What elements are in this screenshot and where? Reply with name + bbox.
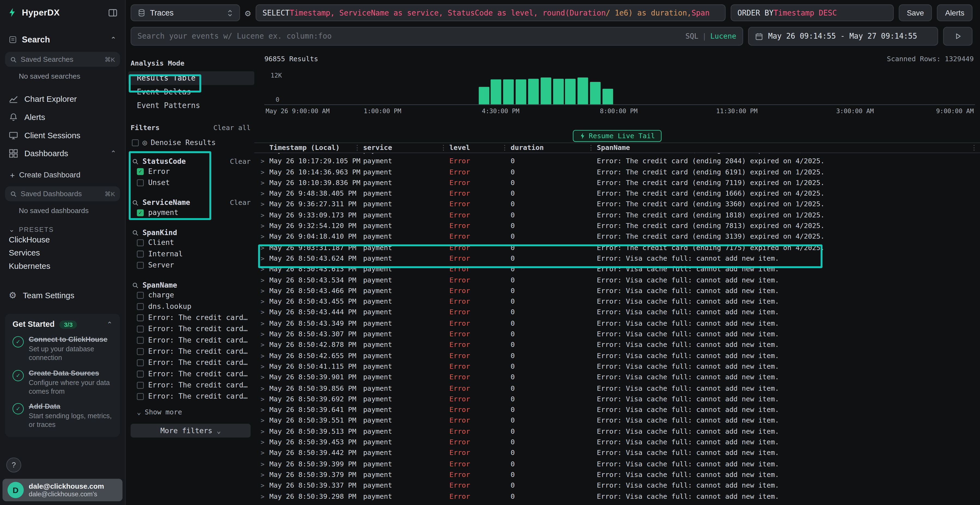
preset-item-kubernetes[interactable]: Kubernetes <box>0 259 125 272</box>
expand-row-icon[interactable]: > <box>261 210 269 221</box>
filter-option[interactable]: Client <box>128 237 255 248</box>
table-row[interactable]: >May 26 8:50:39.692 PMpaymentError0Error… <box>254 394 980 405</box>
expand-row-icon[interactable]: > <box>261 318 269 329</box>
histogram-bar[interactable] <box>503 80 514 105</box>
histogram-bar[interactable] <box>528 79 539 104</box>
date-range-picker[interactable]: May 26 09:14:55 - May 27 09:14:55 <box>748 27 938 46</box>
filter-option[interactable]: Internal <box>128 248 255 259</box>
expand-row-icon[interactable]: > <box>261 415 269 426</box>
histogram-bar[interactable] <box>565 79 576 104</box>
expand-row-icon[interactable]: > <box>261 167 269 178</box>
order-by-input[interactable]: ORDER BY Timestamp DESC <box>731 4 894 21</box>
table-row[interactable]: >May 26 9:32:54.120 PMpaymentError0Error… <box>254 221 980 232</box>
histogram-bar[interactable] <box>515 79 526 105</box>
run-query-button[interactable] <box>943 27 973 46</box>
table-row[interactable]: >May 26 8:50:39.901 PMpaymentError0Error… <box>254 372 980 383</box>
table-row[interactable]: >May 26 8:50:42.655 PMpaymentError0Error… <box>254 351 980 361</box>
source-select[interactable]: Traces <box>130 4 240 21</box>
expand-row-icon[interactable]: > <box>261 361 269 372</box>
column-header-spanname[interactable]: SpanName <box>597 144 980 152</box>
get-started-header[interactable]: Get Started 3/3 <box>13 320 113 329</box>
expand-row-icon[interactable]: > <box>261 275 269 286</box>
table-row[interactable]: >May 26 8:50:43.624 PMpaymentError0Error… <box>254 253 980 264</box>
expand-row-icon[interactable]: > <box>261 307 269 318</box>
sidebar-item-client-sessions[interactable]: Client Sessions <box>0 126 125 145</box>
expand-row-icon[interactable]: > <box>261 178 269 188</box>
filter-option[interactable]: Unset <box>128 177 255 188</box>
table-row[interactable]: >May 26 8:50:39.513 PMpaymentError0Error… <box>254 426 980 437</box>
table-row[interactable]: >May 26 9:03:31.187 PMpaymentError0Error… <box>254 242 980 253</box>
denoise-results-toggle[interactable]: ◎ Denoise Results <box>132 138 254 147</box>
source-settings-gear-icon[interactable]: ⚙ <box>245 7 251 18</box>
table-row[interactable]: >May 26 8:50:43.613 PMpaymentError0Error… <box>254 264 980 275</box>
get-started-item[interactable]: ✓Connect to ClickHouseSet up your databa… <box>13 335 113 362</box>
table-row[interactable]: >May 26 8:50:43.534 PMpaymentError0Error… <box>254 275 980 286</box>
collapse-sidebar-icon[interactable] <box>108 8 117 17</box>
table-row[interactable]: >May 26 8:50:43.466 PMpaymentError0Error… <box>254 286 980 296</box>
expand-row-icon[interactable]: > <box>261 383 269 394</box>
expand-row-icon[interactable]: > <box>261 221 269 232</box>
filter-option[interactable]: Error: The credit card … <box>128 334 255 346</box>
expand-row-icon[interactable]: > <box>261 199 269 210</box>
expand-row-icon[interactable]: > <box>261 296 269 307</box>
expand-row-icon[interactable]: > <box>261 156 269 167</box>
column-header-service[interactable]: service <box>363 144 449 152</box>
more-filters-button[interactable]: More filters <box>130 424 251 438</box>
expand-row-icon[interactable]: > <box>261 469 269 480</box>
histogram-bar[interactable] <box>540 78 551 105</box>
histogram-bar[interactable] <box>590 82 601 105</box>
alerts-button[interactable]: Alerts <box>937 4 972 21</box>
column-header-duration[interactable]: duration <box>511 144 597 152</box>
table-row[interactable]: >May 26 8:50:39.399 PMpaymentError0Error… <box>254 459 980 469</box>
filter-option[interactable]: charge <box>128 289 255 301</box>
help-button[interactable]: ? <box>6 457 21 472</box>
search-section-toggle[interactable]: Search <box>0 25 125 48</box>
filter-option[interactable]: ✓payment <box>128 207 255 218</box>
expand-row-icon[interactable]: > <box>261 372 269 383</box>
filter-option[interactable]: dns.lookup <box>128 301 255 312</box>
table-row[interactable]: >May 26 8:50:39.453 PMpaymentError0Error… <box>254 437 980 448</box>
filter-clear-button[interactable]: Clear <box>230 157 251 165</box>
expand-row-icon[interactable]: > <box>261 491 269 502</box>
resume-live-tail-button[interactable]: Resume Live Tail <box>573 130 662 142</box>
histogram-bar[interactable] <box>578 78 588 105</box>
filter-option[interactable]: Error: The credit card … <box>128 312 255 323</box>
sidebar-item-alerts[interactable]: Alerts <box>0 108 125 126</box>
table-row[interactable]: >May 26 10:17:29.105 PMpaymentError0Erro… <box>254 156 980 167</box>
presets-toggle[interactable]: PRESETS <box>0 226 125 233</box>
filter-option[interactable]: Error: The credit card … <box>128 323 255 334</box>
sidebar-item-chart-explorer[interactable]: Chart Explorer <box>0 90 125 108</box>
expand-row-icon[interactable]: > <box>261 264 269 275</box>
column-header-timestamp-local-[interactable]: Timestamp (Local) <box>269 144 363 152</box>
show-more-button[interactable]: Show more <box>137 408 255 416</box>
user-menu[interactable]: D dale@clickhouse.com dale@clickhouse.co… <box>2 479 123 502</box>
filter-option[interactable]: Error: The credit card … <box>128 357 255 368</box>
get-started-item[interactable]: ✓Add DataStart sending logs, metrics, or… <box>13 403 113 429</box>
expand-row-icon[interactable]: > <box>261 188 269 199</box>
saved-searches-input[interactable]: Saved Searches ⌘K <box>5 52 120 67</box>
table-row[interactable]: >May 26 8:50:39.641 PMpaymentError0Error… <box>254 404 980 415</box>
filter-option[interactable]: Error: The credit card … <box>128 346 255 357</box>
table-row[interactable]: >May 26 8:50:39.551 PMpaymentError0Error… <box>254 415 980 426</box>
table-row[interactable]: >May 26 9:04:18.410 PMpaymentError0Error… <box>254 232 980 243</box>
expand-row-icon[interactable]: > <box>261 394 269 405</box>
filter-option[interactable]: Error: The credit card … <box>128 368 255 379</box>
sidebar-item-dashboards[interactable]: Dashboards <box>0 145 125 163</box>
histogram-bar[interactable] <box>479 87 489 105</box>
filter-option[interactable]: Error: The credit card … <box>128 391 255 402</box>
expand-row-icon[interactable]: > <box>261 329 269 340</box>
expand-row-icon[interactable]: > <box>261 153 269 156</box>
table-row[interactable]: >May 26 8:50:43.444 PMpaymentError0Error… <box>254 307 980 318</box>
expand-row-icon[interactable]: > <box>261 351 269 361</box>
table-row[interactable]: >May 26 8:50:42.878 PMpaymentError0Error… <box>254 340 980 351</box>
saved-dashboards-input[interactable]: Saved Dashboards ⌘K <box>5 186 120 201</box>
table-row[interactable]: >May 26 8:50:39.856 PMpaymentError0Error… <box>254 383 980 394</box>
filter-option[interactable]: Server <box>128 259 255 270</box>
filter-option[interactable]: Error: The credit card … <box>128 379 255 391</box>
expand-row-icon[interactable]: > <box>261 232 269 243</box>
column-header-level[interactable]: level <box>449 144 511 152</box>
table-row[interactable]: >May 26 8:50:39.442 PMpaymentError0Error… <box>254 448 980 459</box>
table-row[interactable]: >May 26 10:19:03.412 PMpaymentError0Erro… <box>254 153 980 156</box>
expand-row-icon[interactable]: > <box>261 253 269 264</box>
table-row[interactable]: >May 26 8:50:43.307 PMpaymentError0Error… <box>254 329 980 340</box>
